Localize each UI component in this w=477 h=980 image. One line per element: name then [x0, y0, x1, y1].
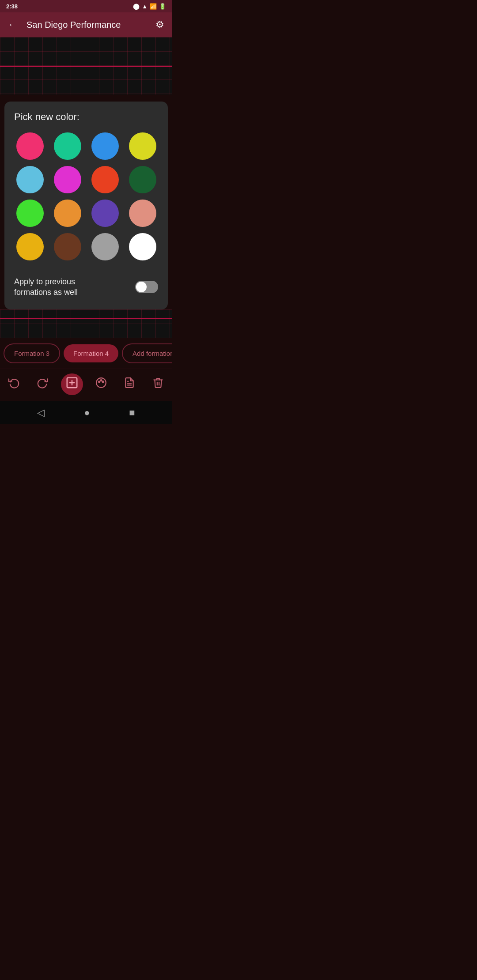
- back-button[interactable]: ←: [6, 17, 19, 32]
- page-title: San Diego Performance: [26, 20, 147, 30]
- formation-tab-3[interactable]: Formation 3: [4, 343, 60, 363]
- status-icons: ⬤ ▲ 📶 🔋: [133, 3, 166, 10]
- wifi-icon: ▲: [142, 3, 148, 10]
- nav-recent-button[interactable]: ■: [129, 407, 135, 418]
- add-element-button[interactable]: [61, 373, 83, 395]
- background-grid-mid: [0, 309, 172, 338]
- apply-text: Apply to previous formations as well: [14, 276, 107, 298]
- formation-tab-4[interactable]: Formation 4: [64, 344, 118, 362]
- status-time: 2:38: [6, 3, 18, 10]
- nav-back-button[interactable]: ◁: [37, 407, 45, 418]
- edit-notes-button[interactable]: [119, 374, 140, 394]
- color-orange[interactable]: [54, 200, 81, 227]
- signal-icon: 📶: [150, 3, 157, 10]
- color-salmon[interactable]: [129, 200, 156, 227]
- formations-bar: Formation 3 Formation 4 Add formation: [0, 338, 172, 369]
- color-dark-green[interactable]: [129, 166, 156, 193]
- color-gray[interactable]: [91, 233, 119, 260]
- settings-button[interactable]: ⚙: [154, 17, 166, 32]
- svg-point-4: [98, 381, 100, 382]
- add-formation-button[interactable]: Add formation: [122, 343, 172, 363]
- svg-point-6: [102, 381, 104, 382]
- color-yellow[interactable]: [129, 132, 156, 160]
- color-palette-button[interactable]: [91, 374, 111, 394]
- color-brown[interactable]: [54, 233, 81, 260]
- apply-toggle[interactable]: [135, 281, 158, 293]
- color-magenta[interactable]: [54, 166, 81, 193]
- color-light-blue[interactable]: [16, 166, 44, 193]
- color-picker-dialog: Pick new color: Apply to previous format…: [4, 102, 168, 309]
- red-line: [0, 66, 172, 67]
- top-bar: ← San Diego Performance ⚙: [0, 12, 172, 37]
- toggle-knob: [136, 282, 147, 292]
- status-bar: 2:38 ⬤ ▲ 📶 🔋: [0, 0, 172, 12]
- background-grid-top: [0, 37, 172, 94]
- android-nav-bar: ◁ ● ■: [0, 401, 172, 424]
- color-orange-red[interactable]: [91, 166, 119, 193]
- color-hot-pink[interactable]: [16, 132, 44, 160]
- color-lime-green[interactable]: [16, 200, 44, 227]
- color-purple[interactable]: [91, 200, 119, 227]
- battery-icon: 🔋: [159, 3, 166, 10]
- undo-button[interactable]: [4, 374, 24, 394]
- notification-icon: ⬤: [133, 3, 140, 10]
- color-gold[interactable]: [16, 233, 44, 260]
- color-sky-blue[interactable]: [91, 132, 119, 160]
- bottom-toolbar: [0, 369, 172, 401]
- red-line-2: [0, 318, 172, 319]
- color-teal-green[interactable]: [54, 132, 81, 160]
- dialog-title: Pick new color:: [14, 111, 158, 123]
- mid-grid-overlay: [0, 309, 172, 338]
- svg-point-5: [101, 380, 102, 381]
- apply-row: Apply to previous formations as well: [14, 274, 158, 298]
- delete-button[interactable]: [148, 374, 168, 394]
- redo-button[interactable]: [32, 374, 53, 394]
- color-grid: [14, 132, 158, 260]
- color-white[interactable]: [129, 233, 156, 260]
- nav-home-button[interactable]: ●: [84, 407, 90, 418]
